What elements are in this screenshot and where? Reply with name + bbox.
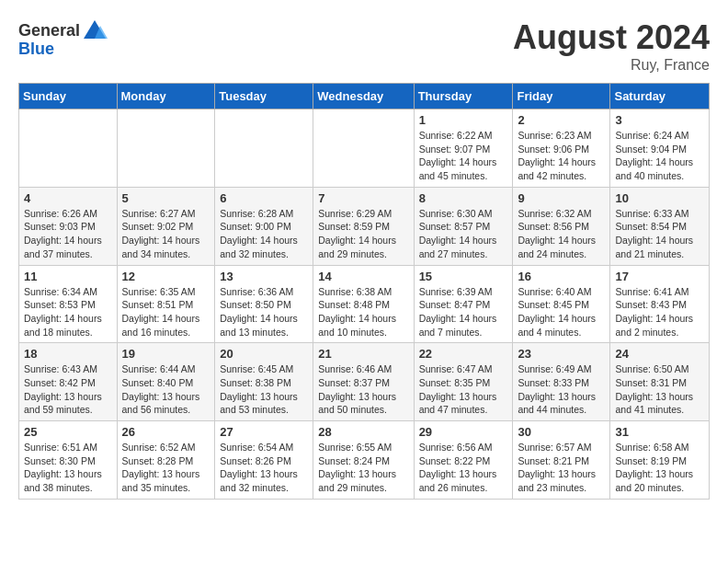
day-number: 29 — [419, 425, 508, 439]
day-info: Sunrise: 6:55 AM Sunset: 8:24 PM Dayligh… — [318, 441, 408, 495]
day-number: 4 — [24, 191, 112, 205]
day-number: 25 — [24, 425, 112, 439]
day-number: 23 — [518, 347, 605, 361]
calendar-body: 1Sunrise: 6:22 AM Sunset: 9:07 PM Daylig… — [19, 109, 710, 500]
calendar-cell: 10Sunrise: 6:33 AM Sunset: 8:54 PM Dayli… — [610, 187, 710, 265]
calendar-cell: 13Sunrise: 6:36 AM Sunset: 8:50 PM Dayli… — [215, 265, 313, 343]
day-number: 10 — [615, 191, 704, 205]
header-row: SundayMondayTuesdayWednesdayThursdayFrid… — [19, 84, 710, 109]
calendar-cell: 20Sunrise: 6:45 AM Sunset: 8:38 PM Dayli… — [215, 343, 313, 421]
day-number: 17 — [615, 270, 704, 283]
day-number: 6 — [220, 191, 308, 205]
day-info: Sunrise: 6:34 AM Sunset: 8:53 PM Dayligh… — [24, 285, 112, 339]
day-number: 15 — [419, 270, 508, 283]
calendar-cell: 16Sunrise: 6:40 AM Sunset: 8:45 PM Dayli… — [513, 265, 610, 343]
day-info: Sunrise: 6:47 AM Sunset: 8:35 PM Dayligh… — [419, 362, 508, 417]
calendar-cell: 26Sunrise: 6:52 AM Sunset: 8:28 PM Dayli… — [117, 421, 215, 500]
calendar-cell: 15Sunrise: 6:39 AM Sunset: 8:47 PM Dayli… — [414, 265, 513, 343]
calendar-cell: 23Sunrise: 6:49 AM Sunset: 8:33 PM Dayli… — [513, 343, 610, 421]
calendar-cell: 30Sunrise: 6:57 AM Sunset: 8:21 PM Dayli… — [513, 421, 610, 500]
location-subtitle: Ruy, France — [513, 57, 710, 74]
calendar-cell: 18Sunrise: 6:43 AM Sunset: 8:42 PM Dayli… — [19, 343, 118, 421]
day-info: Sunrise: 6:52 AM Sunset: 8:28 PM Dayligh… — [122, 441, 210, 495]
calendar-cell — [215, 109, 313, 188]
day-number: 8 — [419, 191, 508, 205]
day-number: 13 — [220, 270, 308, 283]
calendar-cell: 5Sunrise: 6:27 AM Sunset: 9:02 PM Daylig… — [117, 187, 215, 265]
day-info: Sunrise: 6:45 AM Sunset: 8:38 PM Dayligh… — [220, 362, 308, 417]
calendar-cell: 1Sunrise: 6:22 AM Sunset: 9:07 PM Daylig… — [414, 109, 513, 188]
day-info: Sunrise: 6:27 AM Sunset: 9:02 PM Dayligh… — [122, 207, 210, 261]
header-day-monday: Monday — [117, 84, 215, 109]
calendar-week-1: 1Sunrise: 6:22 AM Sunset: 9:07 PM Daylig… — [19, 109, 710, 188]
calendar-cell: 8Sunrise: 6:30 AM Sunset: 8:57 PM Daylig… — [414, 187, 513, 265]
header-day-wednesday: Wednesday — [313, 84, 414, 109]
day-number: 30 — [518, 425, 605, 439]
day-info: Sunrise: 6:43 AM Sunset: 8:42 PM Dayligh… — [24, 362, 112, 417]
day-number: 1 — [419, 113, 508, 127]
calendar-cell: 6Sunrise: 6:28 AM Sunset: 9:00 PM Daylig… — [215, 187, 313, 265]
day-number: 26 — [122, 425, 210, 439]
day-info: Sunrise: 6:29 AM Sunset: 8:59 PM Dayligh… — [318, 207, 408, 261]
header-day-tuesday: Tuesday — [215, 84, 313, 109]
day-info: Sunrise: 6:50 AM Sunset: 8:31 PM Dayligh… — [615, 362, 704, 417]
header-day-friday: Friday — [513, 84, 610, 109]
day-info: Sunrise: 6:56 AM Sunset: 8:22 PM Dayligh… — [419, 441, 508, 495]
day-info: Sunrise: 6:36 AM Sunset: 8:50 PM Dayligh… — [220, 285, 308, 339]
calendar-cell: 22Sunrise: 6:47 AM Sunset: 8:35 PM Dayli… — [414, 343, 513, 421]
day-info: Sunrise: 6:26 AM Sunset: 9:03 PM Dayligh… — [24, 207, 112, 261]
day-number: 19 — [122, 347, 210, 361]
calendar-cell — [313, 109, 414, 188]
header-day-thursday: Thursday — [414, 84, 513, 109]
day-info: Sunrise: 6:54 AM Sunset: 8:26 PM Dayligh… — [220, 441, 308, 495]
month-year-title: August 2024 — [513, 18, 710, 57]
day-number: 24 — [615, 347, 704, 361]
calendar-cell: 3Sunrise: 6:24 AM Sunset: 9:04 PM Daylig… — [610, 109, 710, 188]
day-info: Sunrise: 6:35 AM Sunset: 8:51 PM Dayligh… — [122, 285, 210, 339]
day-number: 31 — [615, 425, 704, 439]
calendar-cell: 19Sunrise: 6:44 AM Sunset: 8:40 PM Dayli… — [117, 343, 215, 421]
calendar-week-4: 18Sunrise: 6:43 AM Sunset: 8:42 PM Dayli… — [19, 343, 710, 421]
day-info: Sunrise: 6:49 AM Sunset: 8:33 PM Dayligh… — [518, 362, 605, 417]
calendar-cell: 14Sunrise: 6:38 AM Sunset: 8:48 PM Dayli… — [313, 265, 414, 343]
day-number: 9 — [518, 191, 605, 205]
day-info: Sunrise: 6:58 AM Sunset: 8:19 PM Dayligh… — [615, 441, 704, 495]
calendar-cell: 9Sunrise: 6:32 AM Sunset: 8:56 PM Daylig… — [513, 187, 610, 265]
day-number: 20 — [220, 347, 308, 361]
calendar-cell: 4Sunrise: 6:26 AM Sunset: 9:03 PM Daylig… — [19, 187, 118, 265]
calendar-cell: 29Sunrise: 6:56 AM Sunset: 8:22 PM Dayli… — [414, 421, 513, 500]
calendar-week-5: 25Sunrise: 6:51 AM Sunset: 8:30 PM Dayli… — [19, 421, 710, 500]
day-number: 22 — [419, 347, 508, 361]
calendar-week-2: 4Sunrise: 6:26 AM Sunset: 9:03 PM Daylig… — [19, 187, 710, 265]
day-info: Sunrise: 6:44 AM Sunset: 8:40 PM Dayligh… — [122, 362, 210, 417]
day-number: 11 — [24, 270, 112, 283]
calendar-cell: 12Sunrise: 6:35 AM Sunset: 8:51 PM Dayli… — [117, 265, 215, 343]
day-info: Sunrise: 6:38 AM Sunset: 8:48 PM Dayligh… — [318, 285, 408, 339]
day-info: Sunrise: 6:39 AM Sunset: 8:47 PM Dayligh… — [419, 285, 508, 339]
calendar-cell: 21Sunrise: 6:46 AM Sunset: 8:37 PM Dayli… — [313, 343, 414, 421]
calendar-cell: 27Sunrise: 6:54 AM Sunset: 8:26 PM Dayli… — [215, 421, 313, 500]
day-info: Sunrise: 6:32 AM Sunset: 8:56 PM Dayligh… — [518, 207, 605, 261]
title-area: August 2024 Ruy, France — [513, 18, 710, 74]
calendar-cell: 17Sunrise: 6:41 AM Sunset: 8:43 PM Dayli… — [610, 265, 710, 343]
day-info: Sunrise: 6:23 AM Sunset: 9:06 PM Dayligh… — [518, 129, 605, 183]
calendar-cell: 28Sunrise: 6:55 AM Sunset: 8:24 PM Dayli… — [313, 421, 414, 500]
header-day-saturday: Saturday — [610, 84, 710, 109]
day-number: 16 — [518, 270, 605, 283]
calendar-cell: 7Sunrise: 6:29 AM Sunset: 8:59 PM Daylig… — [313, 187, 414, 265]
day-number: 5 — [122, 191, 210, 205]
logo-general: General — [18, 22, 80, 40]
page-header: General Blue August 2024 Ruy, France — [18, 18, 710, 74]
calendar-table: SundayMondayTuesdayWednesdayThursdayFrid… — [18, 83, 710, 500]
day-number: 21 — [318, 347, 408, 361]
day-number: 27 — [220, 425, 308, 439]
day-info: Sunrise: 6:24 AM Sunset: 9:04 PM Dayligh… — [615, 129, 704, 183]
logo-blue: Blue — [18, 40, 108, 59]
day-number: 2 — [518, 113, 605, 127]
day-number: 3 — [615, 113, 704, 127]
calendar-cell: 11Sunrise: 6:34 AM Sunset: 8:53 PM Dayli… — [19, 265, 118, 343]
day-info: Sunrise: 6:57 AM Sunset: 8:21 PM Dayligh… — [518, 441, 605, 495]
day-info: Sunrise: 6:51 AM Sunset: 8:30 PM Dayligh… — [24, 441, 112, 495]
day-info: Sunrise: 6:33 AM Sunset: 8:54 PM Dayligh… — [615, 207, 704, 261]
calendar-cell — [117, 109, 215, 188]
